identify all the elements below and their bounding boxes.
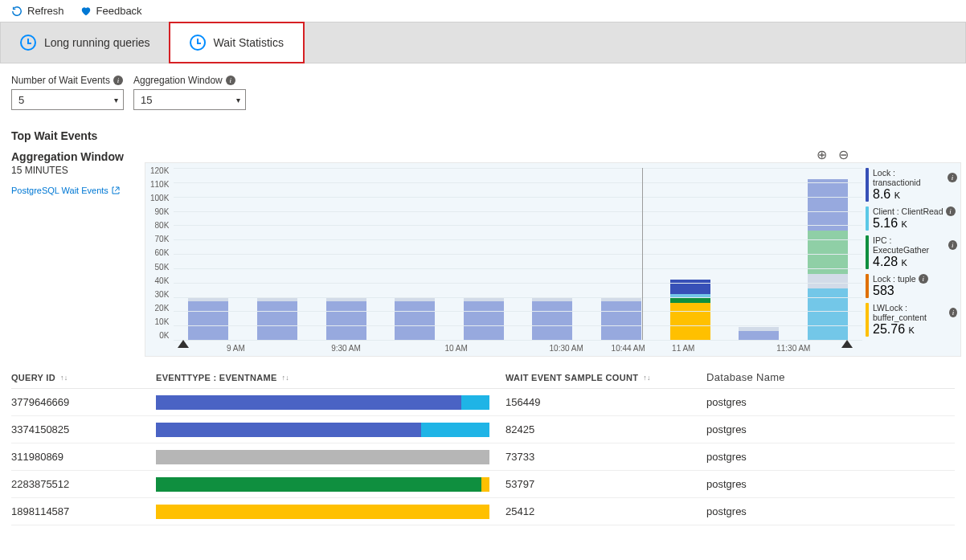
chart-plot[interactable]: 9 AM9:30 AM10 AM10:30 AM10:44 AM11 AM11:… [174, 163, 862, 356]
legend-value: 8.6 K [873, 187, 957, 202]
external-link-icon [112, 186, 120, 194]
chart-bar[interactable] [464, 297, 504, 340]
bar-segment [739, 331, 779, 340]
y-tick: 10K [150, 317, 169, 326]
legend-item[interactable]: LWLock : buffer_content i25.76 K [866, 303, 957, 337]
chart-bar[interactable] [532, 297, 572, 340]
col-count[interactable]: WAIT EVENT SAMPLE COUNT ↑↓ [506, 371, 706, 383]
gridline [174, 297, 862, 298]
zoom-in-icon[interactable]: ⊕ [817, 147, 827, 162]
chart-bar[interactable] [601, 297, 641, 340]
cell-db: postgres [706, 451, 955, 463]
cell-db: postgres [706, 478, 955, 490]
wait-events-table: QUERY ID ↑↓ EVENTTYPE : EVENTNAME ↑↓ WAI… [0, 357, 966, 525]
col-query-id[interactable]: QUERY ID ↑↓ [11, 371, 156, 383]
x-tick: 9:30 AM [331, 344, 361, 353]
zoom-out-icon[interactable]: ⊖ [838, 147, 849, 162]
col-db[interactable]: Database Name [706, 371, 955, 383]
gridline [174, 211, 862, 212]
toolbar: Refresh Feedback [0, 0, 966, 22]
bar-segment [601, 301, 641, 340]
gridline [174, 340, 862, 341]
bar-segment [395, 301, 435, 340]
y-tick: 120K [150, 166, 169, 175]
legend-item[interactable]: Lock : transactionid i8.6 K [866, 168, 957, 202]
legend-text: Lock : transactionid i8.6 K [873, 168, 957, 202]
chart-y-axis: 120K110K100K90K80K70K60K50K40K30K20K10K0… [145, 163, 174, 356]
gridline [174, 254, 862, 255]
refresh-label: Refresh [27, 5, 64, 17]
num-wait-events-select[interactable]: 5 ▾ [11, 89, 124, 110]
chart-bar[interactable] [395, 297, 435, 340]
y-tick: 80K [150, 221, 169, 230]
cell-query-id: 311980869 [11, 451, 156, 463]
chart-marker-line [642, 168, 643, 340]
chevron-down-icon: ▾ [114, 96, 118, 104]
sort-icon: ↑↓ [643, 374, 651, 382]
bar-segment [257, 301, 297, 340]
x-tick: 11 AM [672, 344, 694, 353]
cell-event-bar [156, 423, 506, 437]
chart-bar[interactable] [257, 297, 297, 340]
bar-segment [808, 179, 848, 231]
y-tick: 50K [150, 263, 169, 272]
filter-label: Number of Wait Events i [11, 75, 124, 86]
legend-text: Lock : tuple i583 [873, 274, 957, 298]
tab-long-running-queries[interactable]: Long running queries [1, 22, 170, 63]
feedback-button[interactable]: Feedback [80, 5, 142, 17]
legend-item[interactable]: IPC : ExecuteGather i4.28 K [866, 235, 957, 269]
pg-wait-events-link[interactable]: PostgreSQL Wait Events [11, 186, 120, 195]
chart-bar[interactable] [808, 179, 848, 340]
chart-bar[interactable] [326, 297, 366, 340]
tab-wait-statistics[interactable]: Wait Statistics [169, 22, 305, 63]
refresh-button[interactable]: Refresh [11, 5, 64, 17]
aggregation-window-select[interactable]: 15 ▾ [133, 89, 246, 110]
table-header: QUERY ID ↑↓ EVENTTYPE : EVENTNAME ↑↓ WAI… [11, 371, 955, 389]
legend-label: LWLock : buffer_content [873, 303, 947, 322]
chart-bar[interactable] [670, 280, 710, 340]
chart-legend: Lock : transactionid i8.6 KClient : Clie… [862, 163, 960, 356]
info-icon[interactable]: i [946, 206, 956, 216]
legend-item[interactable]: Lock : tuple i583 [866, 274, 957, 298]
info-icon[interactable]: i [949, 308, 957, 317]
info-icon[interactable]: i [226, 76, 235, 85]
gridline [174, 283, 862, 284]
gridline [174, 225, 862, 226]
chart-x-axis: 9 AM9:30 AM10 AM10:30 AM10:44 AM11 AM11:… [174, 340, 862, 356]
legend-color-bar [866, 274, 869, 298]
table-row[interactable]: 228387551253797postgres [11, 471, 955, 498]
cell-db: postgres [706, 396, 955, 408]
chart-bar[interactable] [188, 297, 228, 340]
table-row[interactable]: 31198086973733postgres [11, 444, 955, 471]
legend-text: LWLock : buffer_content i25.76 K [873, 303, 957, 337]
y-tick: 70K [150, 235, 169, 243]
info-icon[interactable]: i [919, 274, 928, 284]
range-handle-right[interactable] [841, 340, 853, 348]
table-row[interactable]: 3779646669156449postgres [11, 389, 955, 416]
bar-segment [532, 301, 572, 340]
gridline [174, 197, 862, 198]
legend-color-bar [866, 235, 869, 269]
x-tick: 10:44 AM [612, 344, 645, 353]
range-handle-left[interactable] [178, 340, 189, 348]
feedback-label: Feedback [96, 5, 142, 17]
cell-db: postgres [706, 423, 955, 435]
legend-value: 5.16 K [873, 216, 957, 231]
cell-query-id: 3779646669 [11, 396, 156, 408]
info-icon[interactable]: i [948, 240, 957, 250]
col-event[interactable]: EVENTTYPE : EVENTNAME ↑↓ [156, 371, 506, 383]
table-row[interactable]: 337415082582425postgres [11, 416, 955, 444]
gridline [174, 268, 862, 269]
info-icon[interactable]: i [113, 76, 123, 85]
tab-bar: Long running queries Wait Statistics [0, 22, 966, 63]
legend-label: IPC : ExecuteGather [873, 235, 946, 255]
filter-num-wait-events: Number of Wait Events i 5 ▾ [11, 75, 124, 110]
header-text: EVENTTYPE : EVENTNAME [156, 373, 277, 382]
info-icon[interactable]: i [948, 173, 957, 182]
table-row[interactable]: 189811458725412postgres [11, 498, 955, 525]
legend-text: IPC : ExecuteGather i4.28 K [873, 235, 957, 269]
table-body: 3779646669156449postgres337415082582425p… [11, 389, 955, 525]
heart-icon [80, 6, 92, 17]
chart-bar[interactable] [739, 327, 779, 340]
legend-item[interactable]: Client : ClientRead i5.16 K [866, 206, 957, 231]
